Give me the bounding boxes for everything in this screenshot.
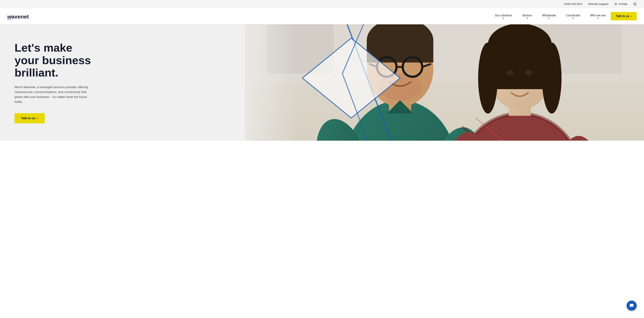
chevron-down-icon bbox=[572, 18, 574, 19]
chevron-down-icon bbox=[548, 18, 550, 19]
svg-point-40 bbox=[542, 42, 561, 114]
nav-item-sectors[interactable]: Sectors bbox=[517, 14, 537, 19]
svg-point-1 bbox=[634, 3, 636, 5]
portals-label: Portals bbox=[619, 2, 627, 6]
portals-link[interactable]: Portals bbox=[614, 2, 627, 6]
chevron-down-icon bbox=[502, 18, 504, 19]
logo-svg: w avenet bbox=[7, 12, 36, 21]
svg-text:avenet: avenet bbox=[11, 14, 29, 20]
chevron-down-icon bbox=[526, 18, 528, 19]
svg-point-39 bbox=[478, 42, 498, 114]
nav-talk-to-us-button[interactable]: Talk to us › bbox=[611, 12, 637, 20]
hero-cta-arrow: › bbox=[37, 116, 38, 120]
remote-support-link[interactable]: Remote Support bbox=[588, 2, 608, 6]
nav-label-who-we-are: Who we are bbox=[590, 14, 606, 17]
hero-description: We're Wavenet, a managed services provid… bbox=[14, 85, 93, 104]
svg-line-2 bbox=[636, 4, 636, 6]
hero-cta-label: Talk to us bbox=[21, 116, 35, 120]
nav-cta-arrow: › bbox=[631, 14, 632, 18]
nav-links: Our solutions Sectors Wholesale Connecte… bbox=[490, 12, 637, 20]
chevron-down-icon bbox=[597, 18, 599, 19]
hero-svg bbox=[245, 24, 644, 141]
svg-point-42 bbox=[525, 70, 532, 76]
nav-item-our-solutions[interactable]: Our solutions bbox=[490, 14, 517, 19]
top-bar: 0333 234 0011 Remote Support Portals bbox=[0, 0, 644, 8]
svg-point-0 bbox=[615, 3, 616, 4]
nav-item-wholesale[interactable]: Wholesale bbox=[537, 14, 561, 19]
user-icon bbox=[614, 2, 618, 6]
svg-point-41 bbox=[506, 70, 514, 76]
nav-cta-label: Talk to us bbox=[616, 14, 629, 18]
nav-label-wholesale: Wholesale bbox=[542, 14, 556, 17]
nav-item-who-we-are[interactable]: Who we are bbox=[585, 14, 611, 19]
hero-title: Let's make your business brilliant. bbox=[14, 42, 94, 79]
logo[interactable]: w avenet bbox=[7, 12, 36, 21]
search-icon[interactable] bbox=[633, 2, 637, 6]
nav-label-connected: Connected bbox=[566, 14, 580, 17]
hero-section: Let's make your business brilliant. We'r… bbox=[0, 24, 644, 141]
main-nav: w avenet Our solutions Sectors Wholesale… bbox=[0, 8, 644, 24]
hero-content: Let's make your business brilliant. We'r… bbox=[0, 27, 109, 138]
hero-image bbox=[245, 24, 644, 141]
hero-talk-to-us-button[interactable]: Talk to us › bbox=[14, 113, 45, 124]
phone-number: 0333 234 0011 bbox=[564, 2, 582, 6]
nav-label-sectors: Sectors bbox=[522, 14, 532, 17]
svg-rect-53 bbox=[245, 24, 298, 141]
nav-item-connected[interactable]: Connected bbox=[561, 14, 585, 19]
nav-label-our-solutions: Our solutions bbox=[495, 14, 512, 17]
